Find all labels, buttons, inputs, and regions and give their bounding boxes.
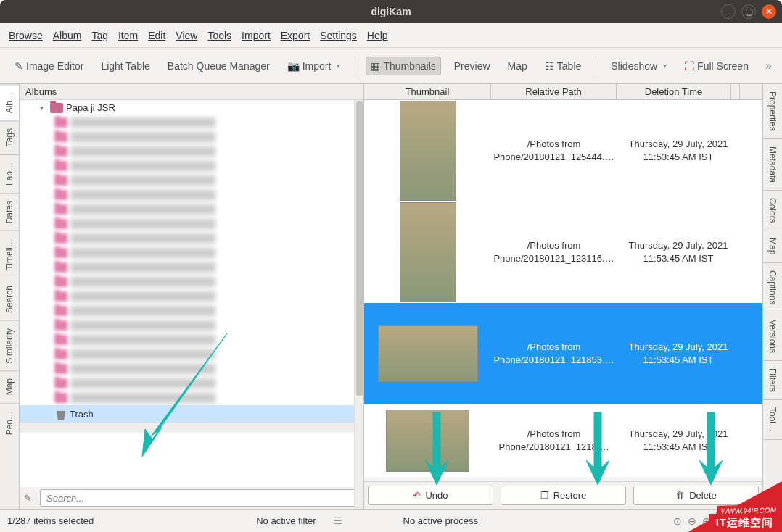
album-item[interactable] <box>20 391 363 405</box>
menu-browse[interactable]: Browse <box>9 30 43 41</box>
window-close-button[interactable]: ✕ <box>762 4 776 19</box>
tab-tools[interactable]: Tool… <box>763 400 782 440</box>
restore-icon: ❐ <box>540 490 549 501</box>
tab-people[interactable]: Peo… <box>0 403 19 442</box>
folder-icon <box>54 364 67 374</box>
tab-map[interactable]: Map <box>0 370 19 402</box>
column-relative-path[interactable]: Relative Path <box>491 84 617 99</box>
album-item[interactable] <box>20 173 363 188</box>
album-item[interactable] <box>20 362 363 376</box>
album-item[interactable] <box>20 333 363 347</box>
fullscreen-button[interactable]: ⛶Full Screen <box>680 57 753 75</box>
albums-search-row: ✎ <box>20 487 363 509</box>
column-thumbnail[interactable]: Thumbnail <box>364 84 491 99</box>
tab-map-right[interactable]: Map <box>763 230 782 262</box>
folder-icon <box>54 306 67 316</box>
album-item[interactable] <box>20 260 363 275</box>
album-item[interactable] <box>20 115 363 130</box>
album-name-obscured <box>70 349 215 359</box>
map-view-button[interactable]: Map <box>503 57 532 75</box>
slideshow-button[interactable]: Slideshow <box>606 57 671 75</box>
configure-icon[interactable]: ✎ <box>24 489 36 507</box>
selection-status: 1/287 items selected <box>7 515 94 526</box>
toolbar-overflow[interactable]: » <box>765 59 772 72</box>
tab-albums[interactable]: Alb… <box>0 84 19 120</box>
album-item[interactable] <box>20 318 363 333</box>
album-root-row[interactable]: ▾ Papa ji JSR <box>20 100 363 115</box>
tab-properties[interactable]: Properties <box>763 84 782 139</box>
menu-album[interactable]: Album <box>53 30 82 41</box>
thumbnails-view-button[interactable]: ▦Thumbnails <box>366 57 440 75</box>
trash-row[interactable]: /Photos from Phone/20180121_125444.…Thur… <box>364 100 762 201</box>
album-item[interactable] <box>20 188 363 202</box>
album-item[interactable] <box>20 217 363 231</box>
preview-view-button[interactable]: Preview <box>450 57 495 75</box>
tab-dates[interactable]: Dates <box>0 193 19 230</box>
menu-export[interactable]: Export <box>281 30 310 41</box>
album-name-obscured <box>70 204 215 215</box>
folder-icon <box>54 161 67 171</box>
tab-tags[interactable]: Tags <box>0 120 19 154</box>
tab-filters[interactable]: Filters <box>763 361 782 400</box>
tab-colors[interactable]: Colors <box>763 191 782 231</box>
tab-captions[interactable]: Captions <box>763 263 782 312</box>
trash-table-body[interactable]: /Photos from Phone/20180121_125444.…Thur… <box>364 100 762 481</box>
album-item[interactable] <box>20 289 363 304</box>
toolbar-separator <box>596 56 596 76</box>
album-name-obscured <box>70 393 215 403</box>
restore-button[interactable]: ❐Restore <box>501 486 626 505</box>
album-name-obscured <box>70 320 215 331</box>
trash-row[interactable]: /Photos from Phone/20180121_121853.…Thur… <box>364 303 762 404</box>
image-editor-button[interactable]: ✎Image Editor <box>10 57 88 75</box>
grid-icon: ▦ <box>371 60 380 72</box>
table-view-button[interactable]: ☷Table <box>540 57 585 75</box>
album-item[interactable] <box>20 304 363 318</box>
menu-help[interactable]: Help <box>367 30 388 41</box>
menu-settings[interactable]: Settings <box>320 30 357 41</box>
album-item[interactable] <box>20 144 363 159</box>
menu-edit[interactable]: Edit <box>148 30 165 41</box>
albums-panel: Albums ▾ Papa ji JSR Trash ✎ <box>20 84 364 509</box>
menu-tools[interactable]: Tools <box>207 30 231 41</box>
window-minimize-button[interactable]: ‒ <box>721 4 736 19</box>
album-item[interactable] <box>20 231 363 246</box>
album-item[interactable] <box>20 347 363 362</box>
zoom-fit-icon[interactable]: ⊙ <box>673 515 682 527</box>
album-name: Papa ji JSR <box>66 102 115 113</box>
trash-row[interactable]: /Photos from Phone/20180121_123116.…Thur… <box>364 201 762 303</box>
album-name-obscured <box>70 175 215 186</box>
tab-metadata[interactable]: Metadata <box>763 139 782 191</box>
album-item[interactable] <box>20 159 363 173</box>
menu-view[interactable]: View <box>176 30 197 41</box>
tab-similarity[interactable]: Similarity <box>0 320 19 371</box>
search-input[interactable] <box>40 489 359 507</box>
undo-button[interactable]: ↶Undo <box>368 486 493 505</box>
expand-toggle-icon[interactable]: ▾ <box>40 104 47 112</box>
trash-item[interactable]: Trash <box>20 405 363 423</box>
light-table-button[interactable]: Light Table <box>96 57 154 75</box>
tab-versions[interactable]: Versions <box>763 312 782 361</box>
thumbnail-image <box>400 101 456 201</box>
menu-import[interactable]: Import <box>242 30 271 41</box>
tab-timeline[interactable]: Timeli… <box>0 230 19 278</box>
tab-labels[interactable]: Lab… <box>0 154 19 193</box>
albums-horizontal-scrollbar[interactable] <box>20 423 363 433</box>
albums-vertical-scrollbar[interactable] <box>354 100 363 509</box>
filters-icon[interactable]: ☰ <box>334 515 342 526</box>
album-item[interactable] <box>20 275 363 289</box>
batch-queue-manager-button[interactable]: Batch Queue Manager <box>163 57 274 75</box>
tab-search[interactable]: Search <box>0 278 19 320</box>
menu-item[interactable]: Item <box>118 30 138 41</box>
import-button[interactable]: 📷Import <box>283 57 345 75</box>
menu-tag[interactable]: Tag <box>91 30 108 41</box>
column-deletion-time[interactable]: Deletion Time <box>617 84 731 99</box>
albums-tree[interactable]: ▾ Papa ji JSR Trash <box>20 100 363 487</box>
table-icon: ☷ <box>545 60 554 72</box>
thumbnail-image <box>400 202 456 302</box>
album-item[interactable] <box>20 376 363 391</box>
trash-row[interactable]: /Photos from Phone/20180121_1218….Thursd… <box>364 404 762 477</box>
album-item[interactable] <box>20 202 363 217</box>
album-item[interactable] <box>20 130 363 144</box>
window-maximize-button[interactable]: ▢ <box>741 4 756 19</box>
album-item[interactable] <box>20 246 363 260</box>
